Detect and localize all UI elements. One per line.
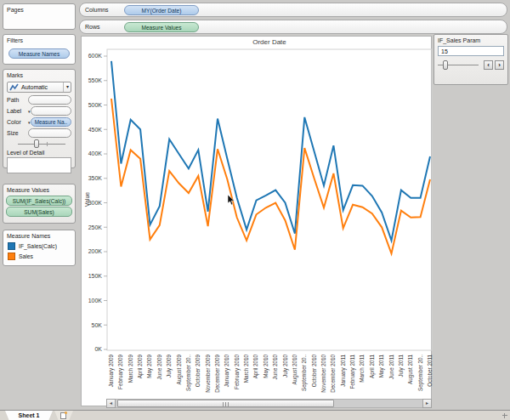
- legend-swatch-sales: [8, 253, 15, 260]
- color-shelf-label: Color: [7, 119, 27, 125]
- y-tick-label: 150K: [88, 273, 103, 279]
- x-tick-label: February 2010: [234, 355, 241, 389]
- y-tick-label: 350K: [88, 175, 103, 181]
- tableau-workspace: { "shelves": { "columns_label": "Columns…: [0, 0, 510, 420]
- level-of-detail-shelf[interactable]: [7, 157, 71, 173]
- marks-card: Marks Automatic ▾ Path Label▾ Color▾ Mea…: [3, 69, 76, 168]
- path-shelf-label: Path: [7, 97, 28, 103]
- columns-shelf[interactable]: Columns MY(Order Date): [79, 3, 507, 17]
- y-tick-label: 550K: [88, 77, 103, 83]
- filters-card-title: Filters: [6, 37, 72, 45]
- rows-shelf-label: Rows: [85, 24, 119, 30]
- filter-pill-measure-names[interactable]: Measure Names: [8, 48, 70, 59]
- mouse-cursor-icon: [228, 195, 235, 206]
- x-tick-label: June 2010: [272, 355, 278, 380]
- label-shelf[interactable]: [31, 106, 71, 116]
- y-tick-label: 450K: [88, 127, 103, 133]
- parameter-slider-row: ‹ ›: [438, 60, 504, 70]
- legend-item[interactable]: Sales: [6, 252, 72, 261]
- x-tick-label: December 2010: [330, 355, 336, 393]
- size-slider[interactable]: [18, 139, 65, 148]
- columns-shelf-label: Columns: [85, 7, 119, 13]
- y-tick-label: 600K: [88, 53, 103, 59]
- measure-values-pill-if-sales[interactable]: SUM(IF_Sales(Calc)): [6, 196, 72, 206]
- y-tick-label: 300K: [88, 200, 103, 206]
- tab-sheet-1[interactable]: Sheet 1: [5, 411, 53, 420]
- size-shelf[interactable]: [28, 128, 71, 138]
- horizontal-scrollbar[interactable]: ◄ ►: [106, 399, 432, 408]
- parameter-slider[interactable]: [438, 60, 479, 70]
- size-slider-track: [18, 144, 65, 145]
- size-slider-tick: [47, 142, 48, 146]
- chart-view[interactable]: Order Date 0K50K100K150K200K250K300K350K…: [81, 36, 432, 406]
- x-tick-label: March 2010: [243, 355, 249, 383]
- measure-names-legend-card: Measure Names IF_Sales(Calc) Sales: [3, 230, 76, 266]
- pages-card-title: Pages: [6, 6, 72, 14]
- x-tick-label: April 2010: [252, 355, 259, 379]
- x-tick-label: April 2011: [369, 355, 376, 378]
- path-shelf[interactable]: [28, 95, 71, 105]
- scrollbar-track[interactable]: [116, 399, 422, 408]
- x-tick-label: June 2011: [388, 355, 394, 379]
- x-tick-label: September 20..: [185, 355, 192, 391]
- x-tick-label: July 2011: [398, 355, 405, 377]
- marks-card-title: Marks: [6, 71, 72, 80]
- x-tick-label: May 2011: [378, 355, 385, 378]
- scrollbar-thumb[interactable]: [117, 400, 334, 407]
- x-tick-label: June 2009: [156, 355, 162, 380]
- measure-names-legend-title: Measure Names: [6, 232, 72, 241]
- series-line-IF_Sales(Calc)[interactable]: [111, 61, 430, 241]
- y-tick-label: 100K: [88, 298, 103, 304]
- chevron-down-icon[interactable]: ▾: [63, 82, 69, 92]
- marks-row-path: Path: [6, 94, 72, 105]
- mark-type-dropdown[interactable]: Automatic ▾: [7, 82, 71, 93]
- measure-values-card: Measure Values SUM(IF_Sales(Calc)) SUM(S…: [3, 184, 76, 224]
- size-shelf-label: Size: [7, 130, 28, 136]
- x-tick-label: January 2010: [224, 355, 230, 388]
- scroll-right-button[interactable]: ►: [422, 399, 432, 408]
- y-tick-label: 500K: [88, 102, 103, 108]
- x-tick-label: August 2011: [407, 355, 414, 384]
- x-tick-label: September 20..: [417, 355, 424, 391]
- y-axis-title: Value: [84, 192, 90, 207]
- columns-pill-order-date[interactable]: MY(Order Date): [124, 5, 199, 15]
- x-tick-label: April 2009: [137, 355, 144, 379]
- x-tick-label: March 2009: [128, 355, 133, 383]
- x-tick-label: March 2011: [359, 355, 365, 383]
- x-tick-label: October 2009: [195, 355, 201, 388]
- y-tick-label: 50K: [92, 322, 103, 328]
- parameter-slider-thumb[interactable]: [443, 60, 448, 70]
- x-tick-label: September 20..: [301, 355, 308, 391]
- new-worksheet-tab[interactable]: [54, 411, 73, 420]
- parameter-decrement-button[interactable]: ‹: [484, 60, 493, 70]
- sheet-tab-bar: Sheet 1: [0, 410, 510, 420]
- size-slider-thumb[interactable]: [34, 139, 39, 148]
- series-line-Sales[interactable]: [111, 99, 430, 253]
- marks-row-color: Color▾ Measure Na..: [6, 116, 72, 128]
- scroll-left-button[interactable]: ◄: [106, 399, 116, 408]
- level-of-detail-label: Level of Detail: [6, 148, 72, 156]
- rows-shelf[interactable]: Rows Measure Values: [79, 20, 507, 34]
- legend-item[interactable]: IF_Sales(Calc): [6, 241, 72, 251]
- filters-card: Filters Measure Names: [3, 34, 76, 65]
- marks-row-label: Label▾: [6, 105, 72, 116]
- x-tick-label: October 2010: [311, 355, 317, 388]
- color-shelf-pill[interactable]: Measure Na..: [31, 117, 71, 127]
- x-tick-label: August 2010: [292, 355, 298, 385]
- resize-grip-icon[interactable]: [502, 413, 507, 418]
- x-tick-label: October 2011: [427, 355, 433, 387]
- x-tick-label: January 2011: [340, 355, 347, 387]
- mark-type-label: Automatic: [19, 84, 63, 90]
- legend-label-if-sales: IF_Sales(Calc): [19, 243, 57, 249]
- marks-row-size: Size: [6, 128, 72, 139]
- parameter-increment-button[interactable]: ›: [495, 60, 504, 70]
- legend-label-sales: Sales: [19, 253, 33, 259]
- rows-pill-measure-values[interactable]: Measure Values: [124, 22, 199, 32]
- x-tick-label: August 2009: [176, 355, 183, 385]
- x-tick-label: November 2009: [205, 355, 211, 393]
- measure-values-pill-sales[interactable]: SUM(Sales): [6, 207, 72, 217]
- x-tick-label: July 2010: [282, 355, 289, 377]
- y-tick-label: 200K: [88, 248, 103, 254]
- parameter-value-field[interactable]: 15: [438, 46, 504, 56]
- plot-border: [107, 49, 432, 350]
